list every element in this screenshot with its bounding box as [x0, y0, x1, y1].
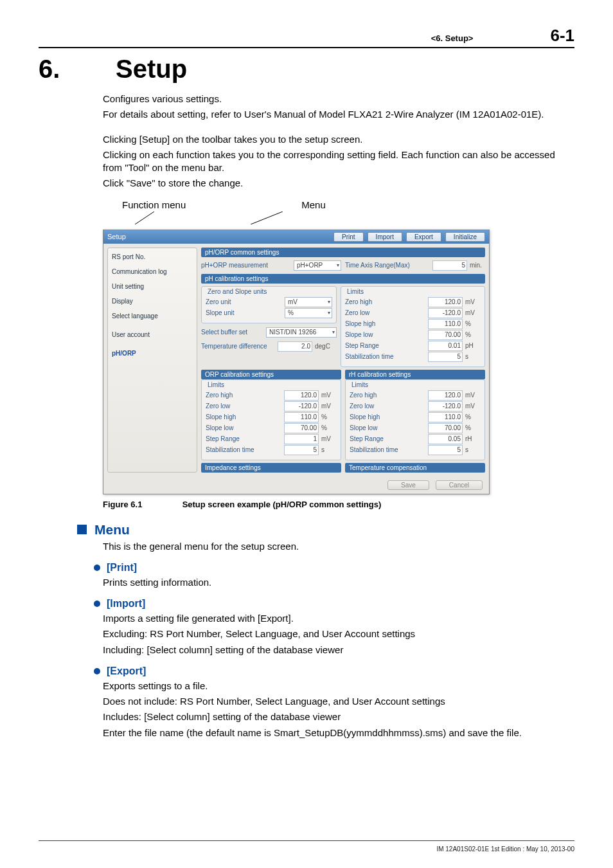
tempdiff-value[interactable]: 2.0: [278, 341, 312, 352]
ph-zerolow-unit: mV: [465, 309, 481, 316]
ph-zerolow-label: Zero low: [345, 309, 425, 316]
settings-main-pane: pH/ORP common settings pH+ORP measuremen…: [201, 248, 485, 473]
footer-text: IM 12A01S02-01E 1st Edition : May 10, 20…: [436, 845, 574, 853]
ph-zerolow-value[interactable]: -120.0: [428, 308, 463, 318]
save-button[interactable]: Save: [387, 480, 429, 490]
initialize-button[interactable]: Initialize: [445, 232, 485, 242]
slope-unit-select[interactable]: %: [285, 308, 332, 318]
ph-steprange-unit: pH: [465, 342, 481, 349]
intro-p4: Clicking on each function takes you to t…: [103, 149, 574, 175]
import-button[interactable]: Import: [368, 232, 402, 242]
orp-slopelow-value[interactable]: 70.00: [284, 423, 319, 433]
ph-zerohigh-value[interactable]: 120.0: [428, 297, 463, 307]
sidebar-item-unit[interactable]: Unit setting: [111, 282, 194, 291]
chapter-title: 6. Setup: [39, 55, 574, 84]
export-body: Exports settings to a file. Does not inc…: [103, 680, 574, 739]
chapter-number: 6.: [39, 55, 116, 84]
orp-steprange-value[interactable]: 1: [284, 434, 319, 444]
svg-line-0: [135, 212, 154, 224]
orp-zerolow-value[interactable]: -120.0: [284, 401, 319, 411]
common-settings-header: pH/ORP common settings: [201, 248, 485, 257]
dot-bullet-icon: [94, 601, 100, 607]
rh-slopehigh-value[interactable]: 110.0: [428, 412, 463, 422]
sidebar-item-commlog[interactable]: Communication log: [111, 267, 194, 276]
dot-bullet-icon: [94, 565, 100, 571]
sidebar-item-language[interactable]: Select language: [111, 311, 194, 321]
import-p1: Imports a setting file generated with [E…: [103, 612, 574, 625]
rh-slopelow-value[interactable]: 70.00: [428, 423, 463, 433]
export-p4: Enter the file name (the default name is…: [103, 727, 574, 739]
header-section: <6. Setup>: [431, 33, 474, 43]
window-titlebar: Setup Print Import Export Initialize: [103, 230, 489, 244]
zero-slope-legend: Zero and Slope units: [206, 288, 269, 295]
rh-zerolow-label: Zero low: [350, 402, 425, 410]
zero-unit-label: Zero unit: [206, 298, 282, 305]
svg-line-1: [251, 212, 283, 224]
zero-unit-select[interactable]: mV: [285, 297, 332, 307]
rh-slopehigh-label: Slope high: [350, 413, 425, 420]
sidebar-item-display[interactable]: Display: [111, 296, 194, 306]
h2-menu-text: Menu: [94, 522, 130, 538]
intro-p2: For details about setting, refer to User…: [103, 108, 574, 121]
sidebar-item-phorp[interactable]: pH/ORP: [111, 348, 194, 358]
h3-import-text: [Import]: [107, 598, 145, 610]
ph-slopelow-value[interactable]: 70.00: [428, 330, 463, 340]
measurement-select[interactable]: pH+ORP: [294, 260, 341, 271]
sidebar-item-rsport[interactable]: RS port No.: [111, 252, 194, 262]
orp-zerohigh-value[interactable]: 120.0: [284, 390, 319, 401]
cancel-button[interactable]: Cancel: [436, 480, 483, 490]
orp-slopehigh-value[interactable]: 110.0: [284, 412, 319, 422]
function-menu-sidebar: RS port No. Communication log Unit setti…: [107, 248, 197, 473]
h3-export-text: [Export]: [107, 665, 146, 677]
ph-slopelow-label: Slope low: [345, 331, 425, 338]
callout-menu: Menu: [301, 199, 326, 210]
rh-slopehigh-unit: %: [465, 413, 481, 420]
orp-stabtime-value[interactable]: 5: [284, 445, 319, 455]
callout-function-menu: Function menu: [122, 199, 186, 210]
tempcomp-header: Temperature compensation: [345, 463, 485, 473]
ph-slopehigh-label: Slope high: [345, 320, 425, 327]
ph-slopelow-unit: %: [465, 331, 481, 338]
tempdiff-label: Temperature difference: [201, 343, 275, 350]
dot-bullet-icon: [94, 668, 100, 674]
buffer-select[interactable]: NIST/DIN 19266: [266, 327, 337, 338]
timeaxis-label: Time Axis Range(Max): [345, 262, 430, 269]
timeaxis-value[interactable]: 5: [432, 260, 467, 271]
figure-caption: Figure 6.1 Setup screen example (pH/ORP …: [103, 500, 574, 509]
menu-desc: This is the general menu for the setup s…: [103, 540, 574, 553]
buffer-label: Select buffer set: [201, 329, 263, 336]
ph-stabtime-value[interactable]: 5: [428, 352, 463, 362]
orp-zerohigh-label: Zero high: [206, 392, 281, 399]
ph-stabtime-label: Stabilization time: [345, 353, 425, 360]
rh-stabtime-unit: s: [465, 446, 481, 453]
slope-unit-label: Slope unit: [206, 309, 282, 316]
rh-zerohigh-value[interactable]: 120.0: [428, 390, 463, 401]
orp-steprange-unit: mV: [321, 435, 337, 442]
h2-menu: Menu: [77, 522, 574, 538]
ph-steprange-label: Step Range: [345, 342, 425, 349]
ph-slopehigh-unit: %: [465, 320, 481, 327]
intro-block: Configures various settings. For details…: [103, 93, 574, 190]
ph-limits-legend: Limits: [345, 288, 366, 295]
measurement-label: pH+ORP measurement: [201, 262, 291, 269]
dialog-footer: Save Cancel: [103, 476, 489, 494]
print-button[interactable]: Print: [333, 232, 364, 242]
page-header: <6. Setup> 6-1: [39, 26, 574, 48]
rh-zerolow-value[interactable]: -120.0: [428, 401, 463, 411]
zero-slope-group: Zero and Slope units Zero unit mV Slope …: [201, 286, 337, 323]
ph-slopehigh-value[interactable]: 110.0: [428, 319, 463, 329]
export-button[interactable]: Export: [406, 232, 441, 242]
rh-cal-header: rH calibration settings: [345, 370, 485, 379]
rh-slopelow-label: Slope low: [350, 424, 425, 431]
orp-slopelow-unit: %: [321, 424, 337, 431]
rh-steprange-value[interactable]: 0.05: [428, 434, 463, 444]
export-p1: Exports settings to a file.: [103, 680, 574, 692]
window-title: Setup: [107, 233, 126, 240]
intro-p3: Clicking [Setup] on the toolbar takes yo…: [103, 133, 574, 146]
export-p2: Does not include: RS Port Number, Select…: [103, 695, 574, 708]
ph-limits-group: Limits Zero high120.0mV Zero low-120.0mV…: [341, 286, 485, 367]
rh-limits-group: Limits Zero high120.0mV Zero low-120.0mV…: [345, 379, 485, 460]
rh-stabtime-value[interactable]: 5: [428, 445, 463, 455]
sidebar-item-user[interactable]: User account: [111, 330, 194, 339]
ph-steprange-value[interactable]: 0.01: [428, 341, 463, 351]
